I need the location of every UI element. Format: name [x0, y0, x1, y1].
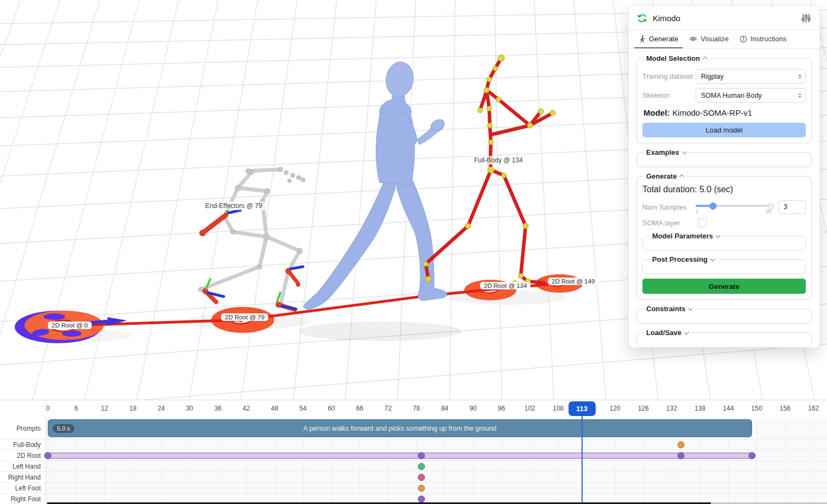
- keyframe-dot[interactable]: [418, 495, 425, 502]
- constraints-section: Constraints: [636, 305, 812, 324]
- tab-visualize[interactable]: Visualize: [685, 30, 733, 48]
- slider-min-label: 1: [696, 208, 698, 214]
- training-dataset-value: Rigplay: [701, 73, 724, 80]
- panel-header: Kimodo: [629, 6, 819, 30]
- track-range-bar[interactable]: [48, 452, 752, 458]
- end-effector-markers: [199, 205, 303, 310]
- collapse-chevron-icon: [710, 256, 715, 261]
- post-processing-section: Post Processing: [642, 255, 806, 274]
- ruler-tick: 12: [101, 405, 108, 412]
- training-dataset-label: Training dataset: [642, 72, 696, 80]
- generate-button[interactable]: Generate: [642, 279, 806, 294]
- ruler-tick: 84: [441, 405, 448, 412]
- examples-section: Examples: [636, 148, 812, 167]
- load-save-section: Load/Save: [636, 329, 812, 348]
- info-icon: [740, 35, 747, 43]
- marker-label-2d-root-0[interactable]: 2D Root @ 0: [48, 322, 92, 329]
- ruler-tick: 6: [74, 405, 78, 412]
- playhead-line[interactable]: [582, 416, 583, 504]
- track-label-2d-root: 2D Root: [0, 450, 46, 461]
- playhead-badge[interactable]: 113: [569, 401, 596, 416]
- tab-instructions[interactable]: Instructions: [735, 30, 791, 48]
- keyframe-dot[interactable]: [418, 463, 425, 470]
- eye-icon: [689, 35, 697, 42]
- keyframe-dot[interactable]: [678, 441, 685, 448]
- examples-legend[interactable]: Examples: [643, 148, 689, 156]
- keyframe-dot[interactable]: [748, 452, 755, 459]
- full-body-track-body[interactable]: [46, 439, 827, 450]
- keyframe-dot[interactable]: [418, 484, 425, 492]
- app-title: Kimodo: [653, 14, 796, 23]
- walking-person-icon: [639, 35, 646, 43]
- slider-max-label: 10: [765, 208, 771, 214]
- track-label-right-hand: Right Hand: [0, 472, 46, 483]
- marker-label-full-body[interactable]: Full-Body @ 134: [470, 156, 527, 165]
- left-foot-track-body[interactable]: [46, 483, 827, 494]
- load-model-button[interactable]: Load model: [642, 123, 806, 137]
- training-dataset-select[interactable]: Rigplay: [696, 69, 806, 84]
- track-row-right-hand: Right Hand: [0, 472, 827, 483]
- marker-label-2d-root-79[interactable]: 2D Root @ 79: [221, 313, 268, 321]
- prompt-duration-badge: 5.0 s: [53, 424, 74, 433]
- timeline-ruler[interactable]: 113 061218243036424854606672788490961021…: [0, 400, 827, 418]
- slider-handle[interactable]: [710, 203, 717, 210]
- ruler-tick: 48: [271, 405, 278, 412]
- select-chevrons-icon: [798, 74, 801, 79]
- model-selection-section: Model Selection Training dataset Rigplay…: [636, 54, 812, 143]
- prompts-track-body[interactable]: 5.0 s A person walks forward and picks s…: [46, 418, 827, 439]
- marker-label-2d-root-134[interactable]: 2D Root @ 134: [480, 282, 531, 289]
- marker-label-2d-root-149[interactable]: 2D Root @ 149: [548, 278, 598, 285]
- prompt-bar[interactable]: 5.0 s A person walks forward and picks s…: [48, 419, 752, 437]
- marker-label-end-effectors[interactable]: End-Effectors @ 79: [201, 201, 266, 210]
- panel-tabs: Generate Visualize Instructions: [629, 30, 819, 49]
- left-hand-track-body[interactable]: [46, 461, 827, 472]
- track-label-left-foot: Left Foot: [0, 483, 46, 494]
- keyframe-dot[interactable]: [418, 474, 425, 481]
- track-label-prompts: Prompts: [0, 418, 46, 439]
- skeleton-select[interactable]: SOMA Human Body: [696, 88, 806, 103]
- settings-sliders-icon[interactable]: [800, 12, 812, 24]
- generate-legend-text: Generate: [646, 172, 677, 180]
- keyframe-dot[interactable]: [418, 452, 425, 459]
- model-name-line: Model:Kimodo-SOMA-RP-v1: [643, 108, 805, 117]
- ruler-tick: 66: [356, 405, 363, 412]
- keyframe-dot[interactable]: [678, 452, 685, 459]
- ruler-tick: 96: [498, 405, 505, 412]
- tab-generate-label: Generate: [649, 35, 678, 43]
- model-selection-legend[interactable]: Model Selection: [643, 54, 710, 62]
- ruler-tick: 72: [384, 405, 392, 412]
- 2d-root-track-body[interactable]: [46, 450, 827, 461]
- ruler-tick: 162: [808, 405, 819, 412]
- soma-layer-checkbox[interactable]: [698, 218, 707, 228]
- track-row-left-hand: Left Hand: [0, 461, 827, 472]
- ruler-tick: 30: [186, 405, 193, 412]
- select-chevrons-icon: [798, 93, 801, 98]
- tab-visualize-label: Visualize: [700, 35, 729, 43]
- side-panel: Kimodo Generate: [628, 5, 820, 348]
- ruler-tick: 132: [666, 405, 677, 412]
- ruler-tick: 144: [723, 405, 734, 412]
- num-samples-label: Num Samples: [642, 203, 696, 211]
- generate-section: Generate Total duration: 5.0 (sec) Num S…: [636, 172, 812, 300]
- model-parameters-legend[interactable]: Model Parameters: [649, 232, 723, 240]
- load-save-legend-text: Load/Save: [646, 329, 681, 337]
- track-label-left-hand: Left Hand: [0, 461, 46, 472]
- collapse-chevron-icon: [684, 329, 690, 335]
- collapse-chevron-icon: [688, 305, 693, 311]
- generate-legend[interactable]: Generate: [643, 172, 686, 180]
- load-save-legend[interactable]: Load/Save: [643, 329, 691, 337]
- right-hand-track-body[interactable]: [46, 472, 827, 483]
- num-samples-input[interactable]: [779, 200, 806, 214]
- constraints-legend[interactable]: Constraints: [643, 305, 695, 313]
- keyframe-dot[interactable]: [45, 452, 52, 459]
- post-processing-legend[interactable]: Post Processing: [649, 255, 717, 263]
- collapse-chevron-icon: [703, 56, 708, 62]
- skeleton-full-body-joints: [424, 55, 556, 289]
- constraints-legend-text: Constraints: [646, 305, 685, 313]
- num-samples-slider[interactable]: 1 10: [696, 200, 772, 214]
- soma-layer-label: SOMA layer: [642, 219, 696, 227]
- tab-generate[interactable]: Generate: [634, 30, 683, 48]
- ruler-tick: 78: [413, 405, 420, 412]
- ruler-tick: 120: [609, 405, 620, 412]
- ruler-tick: 18: [129, 405, 136, 412]
